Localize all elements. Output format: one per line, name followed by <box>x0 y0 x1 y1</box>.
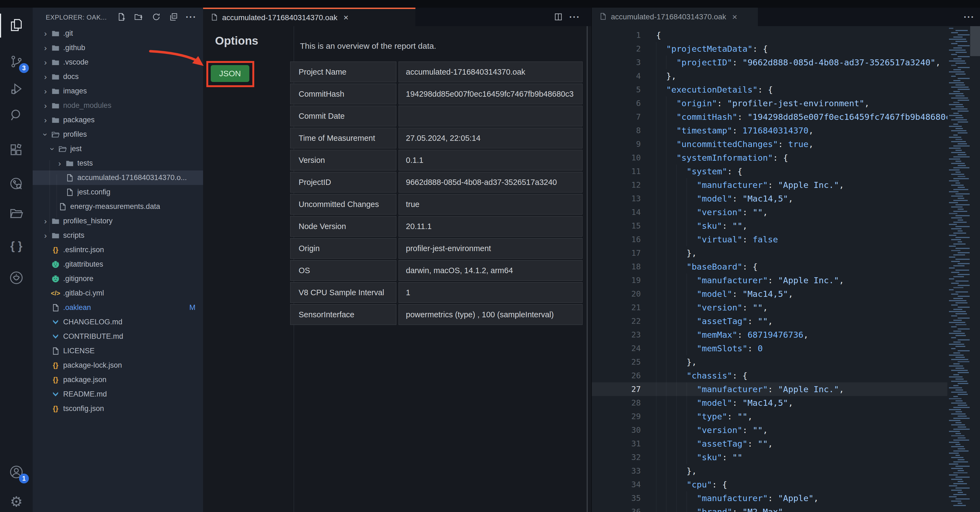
tree-item-license[interactable]: LICENSE <box>33 344 203 358</box>
code-line-33[interactable]: 33 }, <box>592 464 947 478</box>
tree-item-contribute-md[interactable]: CONTRIBUTE.md <box>33 329 203 344</box>
tree-item--oaklean[interactable]: .oakleanM <box>33 300 203 315</box>
tree-item-package-json[interactable]: {}package.json <box>33 373 203 387</box>
line-number: 31 <box>592 437 641 450</box>
activity-explorer-button[interactable] <box>0 11 33 40</box>
code-line-36[interactable]: 36 "brand": "M2 Max", <box>592 505 947 512</box>
code-line-16[interactable]: 16 "virtual": false <box>592 233 947 246</box>
code-line-26[interactable]: 26 "chassis": { <box>592 369 947 382</box>
json-export-button[interactable]: JSON <box>211 65 249 82</box>
code-line-31[interactable]: 31 "assetTag": "", <box>592 437 947 450</box>
tree-item-jest[interactable]: ›jest <box>33 142 203 156</box>
tab-accumulated-oak-right[interactable]: accumulated-1716840314370.oak × <box>592 8 758 26</box>
code-line-5[interactable]: 5 "executionDetails": { <box>592 83 947 96</box>
code-line-34[interactable]: 34 "cpu": { <box>592 478 947 491</box>
minimap-line <box>953 309 962 310</box>
tree-item-images[interactable]: ›images <box>33 84 203 98</box>
table-row: SensorInterfacepowermetrics (type) , 100… <box>290 304 582 325</box>
tree-item-readme-md[interactable]: README.md <box>33 387 203 402</box>
code-line-1[interactable]: 1{ <box>592 28 947 42</box>
tab-accumulated-oak-left[interactable]: accumulated-1716840314370.oak × <box>203 8 415 26</box>
tree-item-packages[interactable]: ›packages <box>33 113 203 127</box>
minimap-line <box>949 333 965 334</box>
code-editor[interactable]: 1{2 "projectMetaData": {3 "projectID": "… <box>592 26 980 512</box>
code-line-8[interactable]: 8 "timestamp": 1716840314370, <box>592 124 947 137</box>
activity-run-debug-button[interactable] <box>0 75 33 104</box>
tree-item-accumulated-1716840314370-o-[interactable]: accumulated-1716840314370.o... <box>33 171 203 185</box>
tree-item--gitattributes[interactable]: .gitattributes <box>33 257 203 271</box>
code-line-27[interactable]: 27 "manufacturer": "Apple Inc.", <box>592 382 947 396</box>
tree-item-profiles-history[interactable]: ›profiles_history <box>33 214 203 228</box>
code-line-9[interactable]: 9 "uncommittedChanges": true, <box>592 137 947 151</box>
code-line-23[interactable]: 23 "memMax": 68719476736, <box>592 328 947 341</box>
code-line-28[interactable]: 28 "model": "Mac14,5", <box>592 396 947 410</box>
new-folder-button[interactable] <box>133 11 145 22</box>
tree-item--gitlab-ci-yml[interactable]: </>.gitlab-ci.yml <box>33 286 203 300</box>
activity-account-button[interactable]: 1 <box>0 458 33 486</box>
minimap-line <box>949 387 962 388</box>
split-editor-button[interactable] <box>554 11 563 22</box>
tree-item-tsconfig-json[interactable]: {}tsconfig.json <box>33 402 203 416</box>
code-line-2[interactable]: 2 "projectMetaData": { <box>592 42 947 56</box>
activity-folder-button[interactable] <box>0 199 33 228</box>
code-line-19[interactable]: 19 "manufacturer": "Apple Inc.", <box>592 273 947 287</box>
webview-scrollbar[interactable] <box>587 26 588 512</box>
code-line-4[interactable]: 4 }, <box>592 69 947 83</box>
explorer-more-button[interactable]: ··· <box>185 11 197 22</box>
editor-more-button[interactable]: ··· <box>569 11 580 22</box>
refresh-button[interactable] <box>150 11 162 22</box>
code-line-15[interactable]: 15 "sku": "", <box>592 219 947 233</box>
activity-braces-button[interactable]: { } <box>0 232 33 260</box>
tree-item-changelog-md[interactable]: CHANGELOG.md <box>33 315 203 329</box>
minimap-line <box>958 459 964 460</box>
activity-extensions-button[interactable] <box>0 136 33 165</box>
tree-item-tests[interactable]: ›tests <box>33 156 203 171</box>
minimap[interactable] <box>947 26 970 512</box>
code-line-18[interactable]: 18 "baseBoard": { <box>592 260 947 273</box>
tree-item-node-modules[interactable]: ›node_modules <box>33 98 203 113</box>
tree-item-profiles[interactable]: ›profiles <box>33 127 203 142</box>
tree-item--eslintrc-json[interactable]: {}.eslintrc.json <box>33 242 203 257</box>
activity-search-button[interactable] <box>0 102 33 130</box>
close-icon[interactable]: × <box>732 12 737 22</box>
code-line-20[interactable]: 20 "model": "Mac14,5", <box>592 287 947 301</box>
code-line-14[interactable]: 14 "version": "", <box>592 205 947 219</box>
split-editor-icon <box>554 12 563 22</box>
minimap-line <box>949 420 960 421</box>
code-line-7[interactable]: 7 "commitHash": "194298dd85e007f0ec16459… <box>592 110 947 124</box>
code-line-32[interactable]: 32 "sku": "" <box>592 450 947 464</box>
code-line-30[interactable]: 30 "version": "", <box>592 423 947 437</box>
activity-oaklean-button[interactable] <box>0 264 33 292</box>
code-line-12[interactable]: 12 "manufacturer": "Apple Inc.", <box>592 178 947 192</box>
code-line-35[interactable]: 35 "manufacturer": "Apple", <box>592 491 947 505</box>
code-line-6[interactable]: 6 "origin": "profiler-jest-environment", <box>592 96 947 110</box>
tree-item-jest-config[interactable]: jest.config <box>33 185 203 199</box>
code-line-29[interactable]: 29 "type": "", <box>592 410 947 423</box>
code-line-22[interactable]: 22 "assetTag": "", <box>592 314 947 328</box>
new-file-button[interactable] <box>115 11 127 22</box>
code-line-25[interactable]: 25 }, <box>592 355 947 369</box>
code-line-17[interactable]: 17 }, <box>592 246 947 260</box>
editor-more-button[interactable]: ··· <box>964 11 975 22</box>
activity-git-graph-button[interactable] <box>0 171 33 199</box>
tree-item-package-lock-json[interactable]: {}package-lock.json <box>33 358 203 373</box>
code-icon: </> <box>50 289 61 298</box>
code-line-21[interactable]: 21 "version": "", <box>592 301 947 314</box>
code-line-24[interactable]: 24 "memSlots": 0 <box>592 341 947 355</box>
code-lines[interactable]: 1{2 "projectMetaData": {3 "projectID": "… <box>592 28 947 512</box>
tree-item--git[interactable]: ›.git <box>33 26 203 41</box>
code-line-11[interactable]: 11 "system": { <box>592 164 947 178</box>
collapse-all-button[interactable] <box>168 11 180 22</box>
activity-settings-button[interactable]: ⚙ <box>0 488 33 512</box>
code-line-3[interactable]: 3 "projectID": "9662d888-085d-4b08-ad37-… <box>592 56 947 69</box>
close-icon[interactable]: × <box>343 13 348 22</box>
tree-item--gitignore[interactable]: .gitignore <box>33 271 203 286</box>
tree-item-scripts[interactable]: ›scripts <box>33 228 203 242</box>
code-line-10[interactable]: 10 "systemInformation": { <box>592 151 947 164</box>
activity-source-control-button[interactable]: 3 <box>0 48 33 76</box>
editor-scrollbar[interactable] <box>970 26 980 512</box>
tree-item-energy-measurements-data[interactable]: energy-measurements.data <box>33 199 203 214</box>
minimap-line <box>953 418 970 419</box>
code-line-13[interactable]: 13 "model": "Mac14,5", <box>592 192 947 205</box>
scrollbar-slider[interactable] <box>970 26 980 56</box>
